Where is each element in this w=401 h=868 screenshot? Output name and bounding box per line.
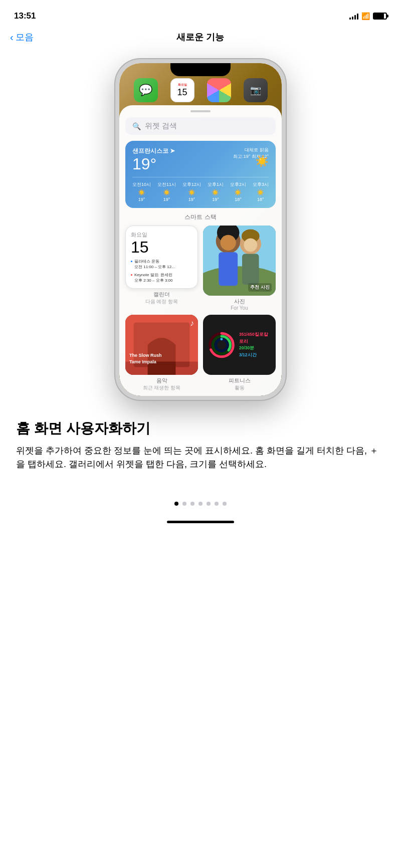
photos-overlay-label: 추천 사진 [248, 283, 272, 292]
cal-day-name: 화요일 [131, 231, 192, 239]
widget-search-bar[interactable]: 🔍 위젯 검색 [125, 117, 276, 135]
calendar-widget-label: 캘린더 [125, 291, 198, 298]
music-widget-label: 음악 [125, 377, 198, 384]
fitness-rings-svg [208, 329, 235, 361]
photos-widget-container[interactable]: 추천 사진 사진 For You [203, 226, 276, 311]
cal-event-2: Keynote 발표: 윤세린오후 2:30 – 오후 3:00 [131, 273, 192, 283]
photos-widget-label: 사진 [203, 298, 276, 305]
weather-hourly: 오전10시 ☀️ 19° 오전11시 ☀️ 19° 오후12시 ☀️ 1 [132, 177, 269, 202]
pagination-dot-3[interactable] [190, 502, 194, 506]
fitness-stats: 351/450킬로칼로리 20/30분 3/12시간 [239, 331, 271, 358]
weather-hour-1: 오전10시 ☀️ 19° [132, 181, 151, 202]
weather-sun-icon: ☀️ [255, 155, 269, 168]
svg-point-5 [221, 235, 236, 251]
cal-event-1: 필라테스 운동오전 11:00 – 오후 12... [131, 259, 192, 270]
page-content: 홈 화면 사용자화하기 위젯을 추가하여 중요한 정보를 눈에 띄는 곳에 표시… [0, 410, 401, 492]
fitness-widget-sublabel: 활동 [203, 384, 276, 391]
camera-icon: 📷 [244, 78, 268, 102]
pagination-dot-6[interactable] [215, 502, 219, 506]
svg-rect-8 [242, 254, 259, 285]
phone-mockup: 💬 화요일 15 📷 🔍 [115, 59, 286, 400]
back-label: 모음 [16, 31, 34, 43]
widgets-grid-2: ♪ The Slow Rush Tame Impala 음악 최근 재생한 항목 [125, 315, 276, 391]
weather-widget[interactable]: 샌프란시스코 ➤ 19° 대체로 맑음 최고:19° 최저:12° ☀️ 오전1… [125, 141, 276, 208]
status-time: 13:51 [14, 11, 36, 21]
svg-point-18 [216, 339, 227, 351]
music-widget-container[interactable]: ♪ The Slow Rush Tame Impala 음악 최근 재생한 항목 [125, 315, 198, 391]
smart-stack-label: 스마트 스택 [125, 213, 276, 222]
back-chevron-icon: ‹ [10, 32, 14, 42]
pagination-dot-2[interactable] [182, 502, 186, 506]
music-widget-sublabel: 최근 재생한 항목 [125, 384, 198, 391]
widget-panel: 🔍 위젯 검색 샌프란시스코 ➤ 19° 대체로 맑음 최고:19° 최저:12… [119, 105, 282, 396]
calendar-icon: 화요일 15 [170, 78, 194, 102]
photos-icon [207, 78, 231, 102]
weather-hour-3: 오후12시 ☀️ 19° [182, 181, 201, 202]
fitness-widget-label: 피트니스 [203, 377, 276, 384]
widgets-grid: 화요일 15 필라테스 운동오전 11:00 – 오후 12... Keynot… [125, 226, 276, 311]
pagination [0, 492, 401, 521]
calendar-widget[interactable]: 화요일 15 필라테스 운동오전 11:00 – 오후 12... Keynot… [125, 226, 198, 311]
calendar-widget-sublabel: 다음 예정 항목 [125, 298, 198, 305]
search-placeholder: 위젯 검색 [145, 121, 177, 131]
weather-hour-4: 오후1시 ☀️ 19° [208, 181, 224, 202]
cal-date: 15 [131, 239, 192, 256]
music-album-art [125, 315, 198, 375]
pagination-dot-5[interactable] [207, 502, 211, 506]
svg-rect-4 [219, 252, 238, 286]
phone-screen: 💬 화요일 15 📷 🔍 [119, 63, 282, 396]
music-note-icon: ♪ [190, 319, 194, 328]
pagination-dot-7[interactable] [223, 502, 227, 506]
music-album-svg [125, 315, 198, 375]
photos-widget-sublabel: For You [203, 305, 276, 311]
fitness-widget-container[interactable]: 351/450킬로칼로리 20/30분 3/12시간 피트니스 활동 [203, 315, 276, 391]
weather-hour-5: 오후2시 ☀️ 18° [230, 181, 246, 202]
search-icon: 🔍 [132, 122, 141, 130]
pagination-dot-4[interactable] [198, 502, 203, 506]
status-bar: 13:51 📶 [0, 0, 401, 25]
svg-point-9 [244, 239, 257, 252]
weather-hour-2: 오전11시 ☀️ 19° [157, 181, 176, 202]
wifi-icon: 📶 [361, 12, 370, 20]
section-body: 위젯을 추가하여 중요한 정보를 눈에 띄는 곳에 표시하세요. 홈 화면을 길… [16, 444, 385, 472]
music-title: The Slow Rush Tame Impala [129, 352, 162, 365]
battery-icon [373, 13, 387, 20]
nav-title: 새로운 기능 [176, 31, 224, 43]
weather-hour-6: 오후3시 ☀️ 18° [253, 181, 269, 202]
pagination-dot-1[interactable] [174, 502, 178, 506]
signal-bars-icon [349, 13, 358, 20]
home-indicator [167, 521, 234, 523]
section-title: 홈 화면 사용자화하기 [16, 420, 385, 437]
status-icons: 📶 [349, 12, 387, 20]
back-button[interactable]: ‹ 모음 [10, 31, 34, 43]
phone-notch [170, 63, 231, 76]
messages-icon: 💬 [134, 78, 158, 102]
phone-container: 💬 화요일 15 📷 🔍 [0, 49, 401, 410]
nav-bar: ‹ 모음 새로운 기능 [0, 25, 401, 49]
drag-handle [190, 110, 211, 112]
